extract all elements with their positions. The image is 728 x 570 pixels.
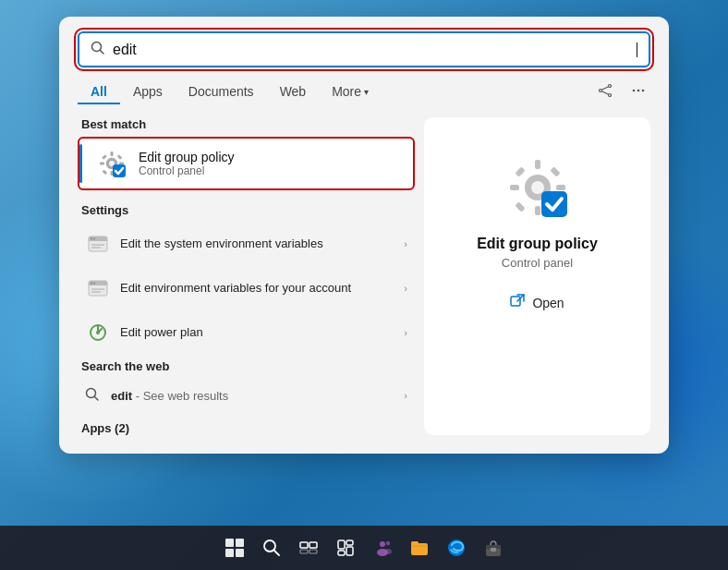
best-match-title: Edit group policy xyxy=(139,150,235,164)
svg-rect-60 xyxy=(300,550,308,553)
tab-apps[interactable]: Apps xyxy=(120,80,176,104)
web-search-text: edit - See web results xyxy=(111,389,228,403)
web-search-item[interactable]: edit - See web results › xyxy=(78,379,415,412)
svg-rect-53 xyxy=(236,539,244,547)
taskbar-taskview[interactable] xyxy=(292,531,325,564)
taskbar-start[interactable] xyxy=(218,531,251,564)
tab-all[interactable]: All xyxy=(78,80,120,104)
svg-point-32 xyxy=(93,283,95,285)
search-icon xyxy=(91,41,105,58)
apps-count: Apps (2) xyxy=(78,414,415,435)
best-match-label: Best match xyxy=(78,117,415,131)
settings-item-2-text: Edit environment variables for your acco… xyxy=(120,281,404,297)
svg-point-40 xyxy=(531,181,544,194)
svg-point-24 xyxy=(91,238,92,240)
web-search-icon xyxy=(85,387,102,404)
right-panel-subtitle: Control panel xyxy=(502,256,573,270)
svg-rect-17 xyxy=(117,154,123,160)
svg-rect-55 xyxy=(236,549,244,557)
open-icon xyxy=(510,294,525,312)
svg-line-6 xyxy=(601,91,608,94)
settings-env-icon xyxy=(85,231,111,257)
svg-rect-12 xyxy=(111,152,114,156)
svg-rect-18 xyxy=(103,170,108,176)
best-match-item[interactable]: Edit group policy Control panel xyxy=(78,137,415,190)
right-panel: Edit group policy Control panel Open xyxy=(424,117,650,435)
svg-rect-58 xyxy=(300,542,308,548)
tab-extra-icons xyxy=(593,81,650,103)
svg-rect-62 xyxy=(338,540,345,549)
search-input-value: edit xyxy=(113,42,636,58)
svg-rect-30 xyxy=(89,285,107,285)
settings-item-power-plan[interactable]: Edit power plan › xyxy=(78,311,415,354)
best-match-subtitle: Control panel xyxy=(139,164,235,177)
chevron-right-icon-1: › xyxy=(404,238,407,249)
settings-item-env-vars[interactable]: Edit the system environment variables › xyxy=(78,223,415,265)
tab-web[interactable]: Web xyxy=(267,80,320,104)
open-label: Open xyxy=(532,296,564,310)
svg-rect-43 xyxy=(510,185,519,190)
tab-more[interactable]: More ▾ xyxy=(319,80,382,104)
search-panel: edit All Apps Documents Web More ▾ xyxy=(59,17,669,454)
svg-rect-45 xyxy=(515,166,525,176)
svg-rect-42 xyxy=(535,206,540,215)
chevron-right-icon-3: › xyxy=(404,327,407,338)
more-options-icon[interactable] xyxy=(626,81,650,103)
content-area: Best match xyxy=(78,117,650,435)
svg-point-8 xyxy=(637,90,640,92)
svg-point-7 xyxy=(633,90,636,92)
tabs-bar: All Apps Documents Web More ▾ xyxy=(78,80,650,104)
search-cursor xyxy=(637,42,638,57)
web-search-label: Search the web xyxy=(78,359,415,373)
svg-point-36 xyxy=(96,331,100,334)
taskbar xyxy=(0,526,728,570)
svg-rect-14 xyxy=(100,163,104,165)
tab-documents[interactable]: Documents xyxy=(176,80,267,104)
svg-point-2 xyxy=(609,85,612,88)
settings-item-user-env[interactable]: Edit environment variables for your acco… xyxy=(78,267,415,309)
svg-rect-46 xyxy=(550,166,560,176)
taskbar-search[interactable] xyxy=(255,531,288,564)
chevron-right-icon-2: › xyxy=(404,283,407,294)
svg-rect-64 xyxy=(338,551,345,555)
svg-rect-71 xyxy=(411,541,419,545)
taskbar-store[interactable] xyxy=(477,531,510,564)
settings-item-3-text: Edit power plan xyxy=(120,325,404,341)
taskbar-explorer[interactable] xyxy=(403,531,436,564)
svg-rect-65 xyxy=(346,547,353,555)
svg-point-3 xyxy=(609,94,612,97)
right-panel-title: Edit group policy xyxy=(477,236,598,252)
settings-power-icon xyxy=(85,320,111,346)
svg-rect-23 xyxy=(89,240,107,241)
right-panel-icon xyxy=(504,154,571,221)
svg-rect-63 xyxy=(346,540,353,545)
settings-user-env-icon xyxy=(85,275,111,301)
taskbar-teams[interactable] xyxy=(366,531,399,564)
svg-point-69 xyxy=(384,549,392,554)
taskbar-edge[interactable] xyxy=(440,531,473,564)
taskbar-widgets[interactable] xyxy=(329,531,362,564)
search-box[interactable]: edit xyxy=(78,31,650,67)
svg-rect-52 xyxy=(225,539,234,547)
svg-rect-54 xyxy=(225,549,234,557)
svg-point-67 xyxy=(386,541,390,545)
svg-line-5 xyxy=(601,87,608,90)
svg-point-66 xyxy=(380,541,385,547)
svg-line-57 xyxy=(274,551,279,555)
svg-rect-47 xyxy=(515,201,525,212)
chevron-down-icon: ▾ xyxy=(364,87,369,97)
svg-rect-75 xyxy=(491,548,496,552)
chevron-right-web: › xyxy=(404,390,407,401)
svg-rect-44 xyxy=(556,185,565,190)
settings-label: Settings xyxy=(78,203,415,217)
svg-rect-61 xyxy=(309,550,317,553)
best-match-text: Edit group policy Control panel xyxy=(139,150,235,177)
right-icon-area xyxy=(504,154,571,221)
svg-point-25 xyxy=(93,238,95,240)
share-icon[interactable] xyxy=(593,81,617,103)
open-button[interactable]: Open xyxy=(497,288,576,318)
svg-point-31 xyxy=(91,283,92,285)
left-column: Best match xyxy=(78,117,415,435)
svg-line-38 xyxy=(95,397,99,401)
svg-rect-50 xyxy=(511,297,520,306)
